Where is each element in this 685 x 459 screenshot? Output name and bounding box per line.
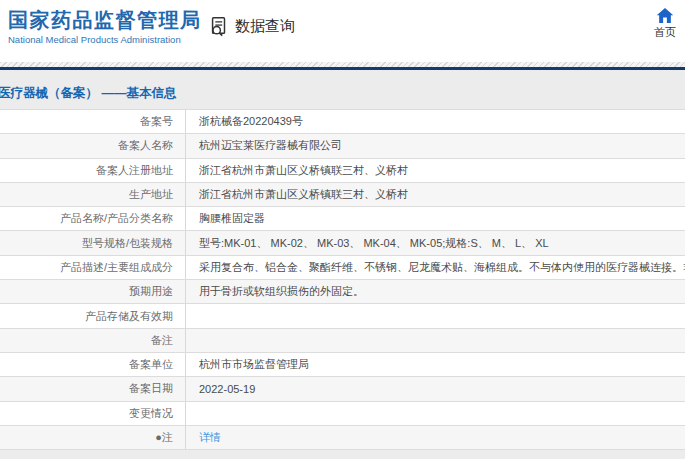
home-icon — [654, 7, 676, 24]
site-header: 国家药品监督管理局 National Medical Products Admi… — [0, 0, 685, 62]
row-value: 浙杭械备20220439号 — [185, 110, 685, 133]
details-link[interactable]: 详情 — [199, 430, 221, 445]
row-label: 产品名称/产品分类名称 — [0, 207, 185, 230]
table-row: ●注详情 — [0, 426, 685, 450]
table-row: 变更情况 — [0, 402, 685, 426]
table-row: 型号规格/包装规格型号:MK-01、 MK-02、 MK-03、 MK-04、 … — [0, 231, 685, 255]
table-row: 产品存储及有效期 — [0, 304, 685, 328]
row-value: 用于骨折或软组织损伤的外固定。 — [185, 280, 685, 303]
table-row: 产品名称/产品分类名称胸腰椎固定器 — [0, 207, 685, 231]
table-row: 产品描述/主要组成成分采用复合布、铝合金、聚酯纤维、不锈钢、尼龙魔术贴、海棉组成… — [0, 256, 685, 280]
agency-title: 国家药品监督管理局 — [8, 8, 202, 32]
row-label: ●注 — [0, 426, 185, 449]
row-label: 备案人名称 — [0, 134, 185, 157]
row-label: 产品描述/主要组成成分 — [0, 256, 185, 279]
table-row: 备案号浙杭械备20220439号 — [0, 110, 685, 134]
row-label: 备案日期 — [0, 377, 185, 400]
row-label: 备注 — [0, 329, 185, 352]
row-value: 2022-05-19 — [185, 377, 685, 400]
row-value: 杭州市市场监督管理局 — [185, 353, 685, 376]
table-row: 预期用途用于骨折或软组织损伤的外固定。 — [0, 280, 685, 304]
agency-brand: 国家药品监督管理局 National Medical Products Admi… — [8, 8, 202, 45]
row-value — [185, 304, 685, 327]
table-row: 备案日期2022-05-19 — [0, 377, 685, 401]
row-value — [185, 329, 685, 352]
table-row: 备案单位杭州市市场监督管理局 — [0, 353, 685, 377]
row-value: 浙江省杭州市萧山区义桥镇联三村、义桥村 — [185, 159, 685, 182]
row-label: 变更情况 — [0, 402, 185, 425]
data-query-nav[interactable]: 数据查询 — [208, 15, 295, 37]
agency-subtitle: National Medical Products Administration — [8, 34, 202, 45]
row-value: 胸腰椎固定器 — [185, 207, 685, 230]
row-label: 生产地址 — [0, 183, 185, 206]
row-label: 备案人注册地址 — [0, 159, 185, 182]
home-label: 首页 — [654, 25, 676, 40]
section-band: 医疗器械（备案） ——基本信息 — [0, 70, 685, 109]
page-title: 医疗器械（备案） ——基本信息 — [0, 70, 685, 102]
table-row: 备案人注册地址浙江省杭州市萧山区义桥镇联三村、义桥村 — [0, 159, 685, 183]
row-value: 型号:MK-01、 MK-02、 MK-03、 MK-04、 MK-05;规格:… — [185, 231, 685, 254]
table-row: 备注 — [0, 329, 685, 353]
row-value: 采用复合布、铝合金、聚酯纤维、不锈钢、尼龙魔术贴、海棉组成。不与体内使用的医疗器… — [185, 256, 685, 279]
row-label: 产品存储及有效期 — [0, 304, 185, 327]
row-label: 备案单位 — [0, 353, 185, 376]
data-query-label: 数据查询 — [235, 17, 295, 36]
table-row: 生产地址浙江省杭州市萧山区义桥镇联三村、义桥村 — [0, 183, 685, 207]
table-row: 备案人名称杭州迈宝莱医疗器械有限公司 — [0, 134, 685, 158]
home-nav[interactable]: 首页 — [654, 7, 676, 40]
row-label: 备案号 — [0, 110, 185, 133]
row-value: 杭州迈宝莱医疗器械有限公司 — [185, 134, 685, 157]
document-magnifier-icon — [208, 15, 230, 37]
row-label: 型号规格/包装规格 — [0, 231, 185, 254]
info-table: 备案号浙杭械备20220439号备案人名称杭州迈宝莱医疗器械有限公司备案人注册地… — [0, 109, 685, 450]
row-label: 预期用途 — [0, 280, 185, 303]
row-value: 详情 — [185, 426, 685, 449]
row-value — [185, 402, 685, 425]
row-value: 浙江省杭州市萧山区义桥镇联三村、义桥村 — [185, 183, 685, 206]
